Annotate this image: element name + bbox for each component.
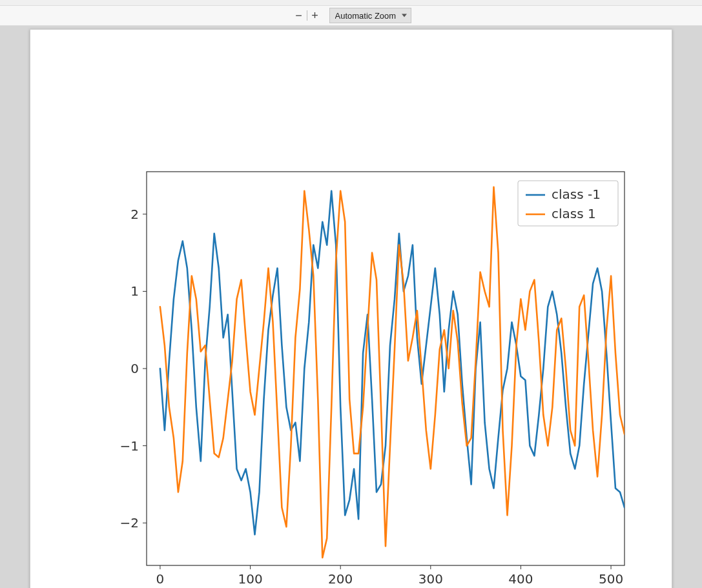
x-tick-label: 300 xyxy=(418,571,443,587)
x-tick-label: 100 xyxy=(238,571,262,587)
zoom-in-button[interactable]: + xyxy=(307,8,323,23)
series-line xyxy=(160,187,631,558)
x-tick-label: 500 xyxy=(599,571,623,587)
x-tick-label: 200 xyxy=(328,571,353,587)
upper-tab-strip xyxy=(0,0,702,6)
y-tick-label: −2 xyxy=(120,515,139,531)
document-viewport[interactable]: 0100200300400500−2−1012class -1class 1 xyxy=(0,26,702,588)
pdf-toolbar: − + Automatic Zoom xyxy=(0,6,702,26)
chart-container: 0100200300400500−2−1012class -1class 1 xyxy=(101,170,631,588)
series-line xyxy=(160,191,631,534)
plot-frame xyxy=(147,172,625,565)
zoom-controls: − + xyxy=(291,8,323,23)
line-chart: 0100200300400500−2−1012class -1class 1 xyxy=(101,170,631,588)
zoom-out-button[interactable]: − xyxy=(291,8,307,23)
x-tick-label: 400 xyxy=(508,571,533,587)
document-page: 0100200300400500−2−1012class -1class 1 xyxy=(30,29,672,588)
zoom-mode-select-wrap: Automatic Zoom xyxy=(329,8,411,23)
legend-label: class -1 xyxy=(552,187,601,202)
y-tick-label: −1 xyxy=(120,438,139,454)
x-tick-label: 0 xyxy=(156,571,165,587)
legend-label: class 1 xyxy=(552,206,596,221)
y-tick-label: 1 xyxy=(130,283,139,299)
zoom-mode-select[interactable]: Automatic Zoom xyxy=(329,8,411,23)
y-tick-label: 2 xyxy=(130,207,139,222)
y-tick-label: 0 xyxy=(130,361,139,376)
